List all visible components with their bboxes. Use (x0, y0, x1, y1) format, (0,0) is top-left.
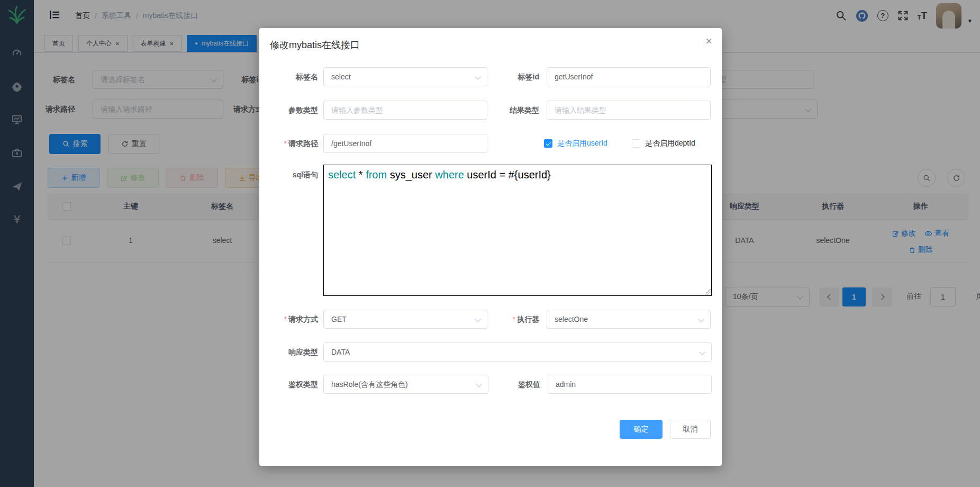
req-path-input[interactable] (323, 134, 487, 153)
executor-select[interactable]: selectOne (547, 310, 711, 329)
tag-name-label: 标签名 (259, 67, 323, 86)
chevron-down-icon (475, 316, 480, 322)
result-type-label: 结果类型 (487, 101, 547, 120)
resize-handle[interactable] (704, 288, 711, 295)
response-type-select[interactable]: DATA (323, 342, 712, 362)
tag-name-select[interactable]: select (323, 67, 487, 86)
edit-mybatis-dialog: 修改mybatis在线接口 × 标签名 select 标签id 参数类型 结果类… (259, 28, 722, 466)
auth-type-select[interactable]: hasRole(含有这些角色) (323, 375, 488, 394)
param-type-input[interactable] (323, 101, 487, 120)
checkbox-icon (632, 139, 640, 148)
tag-id-label: 标签id (487, 67, 547, 86)
chevron-down-icon (699, 349, 705, 355)
response-type-label: 响应类型 (259, 342, 323, 362)
executor-label: *执行器 (487, 310, 547, 329)
param-type-label: 参数类型 (259, 101, 323, 120)
cancel-button[interactable]: 取消 (670, 420, 711, 439)
req-method-select[interactable]: GET (323, 310, 487, 329)
chevron-down-icon (698, 316, 704, 322)
sql-label: sql语句 (259, 165, 323, 181)
close-icon[interactable]: × (705, 35, 712, 47)
enable-userid-checkbox[interactable]: 是否启用userId (544, 139, 607, 148)
req-method-label: *请求方式 (259, 310, 323, 329)
auth-value-input[interactable] (548, 375, 712, 394)
dialog-title: 修改mybatis在线接口 (270, 39, 360, 51)
auth-value-label: 鉴权值 (488, 375, 548, 394)
result-type-input[interactable] (547, 101, 711, 120)
sql-code: select * from sys_user where userId = #{… (328, 168, 707, 182)
confirm-button[interactable]: 确定 (620, 420, 663, 439)
checkbox-icon (544, 139, 552, 148)
enable-deptid-checkbox[interactable]: 是否启用deptId (632, 139, 695, 148)
sql-editor[interactable]: select * from sys_user where userId = #{… (323, 165, 712, 296)
req-path-label: *请求路径 (259, 134, 323, 153)
chevron-down-icon (475, 74, 480, 79)
tag-id-input[interactable] (547, 67, 711, 86)
chevron-down-icon (476, 381, 482, 387)
auth-type-label: 鉴权类型 (259, 375, 323, 394)
